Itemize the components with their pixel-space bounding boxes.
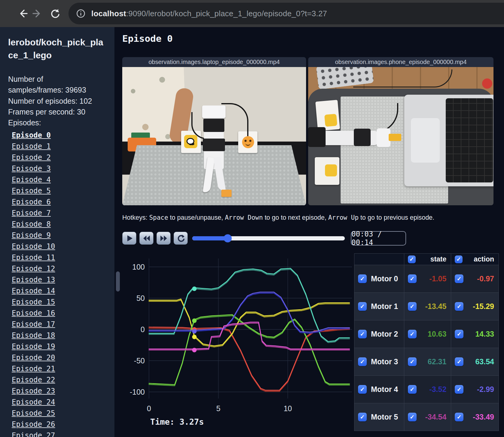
episode-link-25[interactable]: Episode 25 (12, 409, 55, 417)
motor-1-action-checkbox[interactable] (455, 302, 463, 311)
episode-link-16[interactable]: Episode 16 (12, 309, 55, 317)
video-frame-laptop[interactable] (122, 67, 306, 205)
motor-2-checkbox[interactable] (358, 330, 367, 338)
motor-0-checkbox[interactable] (358, 274, 367, 283)
motor-0-state-checkbox[interactable] (408, 274, 417, 283)
table-row-motor-5: Motor 5-34.54-33.49 (354, 403, 499, 431)
motor-5-checkbox[interactable] (358, 413, 367, 421)
episode-link-20[interactable]: Episode 20 (12, 353, 55, 362)
episode-link-1[interactable]: Episode 1 (12, 142, 51, 151)
episode-link-6[interactable]: Episode 6 (12, 198, 51, 206)
motor-1-checkbox[interactable] (358, 302, 367, 311)
episode-link-27[interactable]: Episode 27 (12, 431, 55, 437)
motor-4-checkbox[interactable] (358, 385, 367, 394)
motor-4-state-checkbox[interactable] (408, 385, 417, 394)
episodes-heading: Episodes: (8, 117, 100, 128)
action-column-checkbox[interactable] (455, 255, 463, 263)
episode-link-13[interactable]: Episode 13 (12, 276, 55, 284)
hotkey-space: Space (149, 214, 168, 221)
action-value: 14.33 (475, 330, 499, 338)
episode-link-15[interactable]: Episode 15 (12, 298, 55, 306)
state-value: 10.63 (428, 330, 451, 338)
episode-link-12[interactable]: Episode 12 (12, 264, 55, 273)
robot-servo (308, 127, 326, 147)
hotkey-arrow-down: Arrow Down (225, 214, 263, 221)
episode-link-26[interactable]: Episode 26 (12, 420, 55, 429)
episode-link-11[interactable]: Episode 11 (12, 253, 55, 262)
motor-1-state-checkbox[interactable] (408, 302, 417, 311)
motor-5-action-checkbox[interactable] (455, 413, 463, 421)
table-row-motor-4: Motor 4-3.52-2.99 (354, 376, 499, 403)
motor-label: Motor 3 (371, 357, 398, 366)
table-header-empty (354, 254, 404, 265)
episode-list-item: Episode 6 (12, 198, 114, 206)
episode-link-10[interactable]: Episode 10 (12, 242, 55, 251)
episode-link-9[interactable]: Episode 9 (12, 231, 51, 240)
motor-4-action-checkbox[interactable] (455, 385, 463, 394)
samples-count: Number of samples/frames: 39693 (8, 74, 100, 96)
fast-forward-button[interactable] (156, 232, 171, 245)
action-cell: -15.29 (451, 293, 499, 320)
motor-3-action-checkbox[interactable] (455, 357, 463, 366)
episode-link-17[interactable]: Episode 17 (12, 320, 55, 329)
episode-link-7[interactable]: Episode 7 (12, 209, 51, 217)
chart-time-label: Time: 3.27s (150, 417, 204, 426)
chart-marker-motor-4 (192, 329, 197, 334)
episodes-count: Number of episodes: 102 (8, 96, 100, 106)
site-info-icon[interactable] (76, 8, 86, 19)
episode-link-0[interactable]: Episode 0 (12, 131, 51, 139)
reload-icon[interactable] (49, 7, 62, 20)
forward-icon[interactable] (30, 7, 43, 20)
state-cell: -3.52 (404, 376, 451, 403)
episode-link-5[interactable]: Episode 5 (12, 187, 51, 195)
back-icon[interactable] (17, 7, 30, 20)
scrollbar-thumb[interactable] (116, 271, 120, 292)
episode-link-23[interactable]: Episode 23 (12, 387, 55, 395)
x-tick-label: 0 (147, 404, 151, 413)
video-frame-phone[interactable] (308, 67, 493, 205)
url-text: localhost:9090/lerobot/koch_pick_place_1… (91, 9, 327, 18)
motor-0-action-checkbox[interactable] (455, 274, 463, 283)
fps-info: Frames per second: 30 (8, 106, 100, 117)
episode-link-24[interactable]: Episode 24 (12, 398, 55, 406)
episode-link-3[interactable]: Episode 3 (12, 164, 51, 173)
motor-2-action-checkbox[interactable] (455, 330, 463, 338)
episode-list-item: Episode 27 (12, 431, 114, 437)
url-bar[interactable]: localhost:9090/lerobot/koch_pick_place_1… (68, 3, 504, 24)
state-cell: -34.54 (404, 403, 451, 431)
play-button[interactable] (122, 232, 136, 245)
motor-cell: Motor 1 (354, 293, 404, 320)
episode-link-4[interactable]: Episode 4 (12, 176, 51, 184)
table-row-motor-2: Motor 210.6314.33 (354, 320, 499, 348)
state-cell: -1.05 (404, 265, 451, 292)
rewind-icon (142, 234, 151, 243)
motor-5-state-checkbox[interactable] (408, 413, 417, 421)
episode-link-22[interactable]: Episode 22 (12, 376, 55, 384)
episode-link-21[interactable]: Episode 21 (12, 365, 55, 373)
episode-link-8[interactable]: Episode 8 (12, 220, 51, 228)
episode-list-item: Episode 12 (12, 264, 114, 273)
episode-list-item: Episode 10 (12, 242, 114, 251)
motor-3-checkbox[interactable] (358, 357, 367, 366)
loop-button[interactable] (174, 232, 188, 245)
table-row-motor-1: Motor 1-13.45-15.29 (354, 293, 499, 320)
action-value: -33.49 (473, 413, 499, 421)
chart-line-motor-0-state (149, 328, 350, 391)
motor-3-state-checkbox[interactable] (408, 357, 417, 366)
orange-lego-brick (221, 190, 232, 197)
rewind-button[interactable] (139, 232, 153, 245)
episode-list-item: Episode 14 (12, 287, 114, 295)
sidebar: lerobot/koch_pick_place_1_lego Number of… (0, 27, 114, 437)
episode-link-18[interactable]: Episode 18 (12, 331, 55, 340)
episode-link-2[interactable]: Episode 2 (12, 153, 51, 162)
timeline-thumb[interactable] (224, 234, 232, 243)
chart-marker-motor-3 (192, 286, 197, 291)
motor-2-state-checkbox[interactable] (408, 330, 417, 338)
timeline-slider[interactable] (192, 236, 345, 240)
state-value: -3.52 (429, 385, 451, 394)
robot-servo (203, 139, 225, 151)
episode-link-19[interactable]: Episode 19 (12, 342, 55, 351)
state-column-checkbox[interactable] (408, 255, 416, 263)
episode-link-14[interactable]: Episode 14 (12, 287, 55, 295)
motor-chart[interactable]: -100-500501000510 (126, 254, 354, 430)
